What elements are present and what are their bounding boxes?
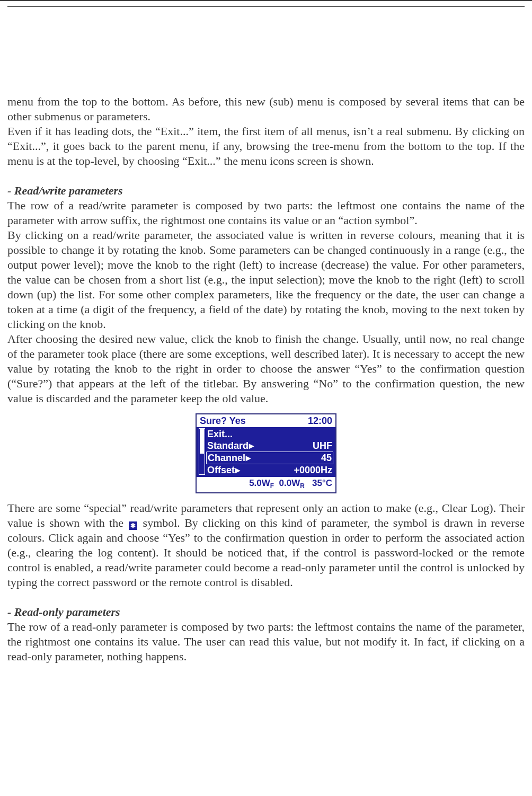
action-symbol-icon: ✱ [129,521,137,530]
paragraph: The row of a read-only parameter is comp… [7,620,525,664]
lcd-row-standard: Standard▸ UHF [206,440,333,452]
lcd-scrollbar [199,428,205,475]
lcd-footer: 5.0WF 0.0WR 35°C [197,477,335,492]
lcd-screenshot: Sure? Yes 12:00 Exit... Standard▸ UHF [7,413,525,493]
lcd-title-right: 12:00 [308,415,332,426]
lcd-title-left: Sure? Yes [200,415,246,426]
paragraph: The row of a read/write parameter is com… [7,198,525,228]
lcd-row-offset: Offset▸ +0000Hz [206,464,333,476]
paragraph: Even if it has leading dots, the “Exit..… [7,124,525,169]
paragraph: There are some “special” read/write para… [7,501,525,590]
chevron-right-icon: ▸ [249,440,254,452]
lcd-titlebar: Sure? Yes 12:00 [197,414,335,427]
section-heading-read-only: - Read-only parameters [7,605,525,620]
lcd-row-channel: Channel▸ 45 [206,452,333,464]
paragraph: By clicking on a read/write parameter, t… [7,228,525,332]
paragraph: After choosing the desired new value, cl… [7,332,525,406]
chevron-right-icon: ▸ [246,452,251,464]
section-heading-read-write: - Read/write parameters [7,183,525,198]
lcd-row-exit: Exit... [206,428,333,440]
paragraph: menu from the top to the bottom. As befo… [7,94,525,124]
chevron-right-icon: ▸ [235,464,240,476]
